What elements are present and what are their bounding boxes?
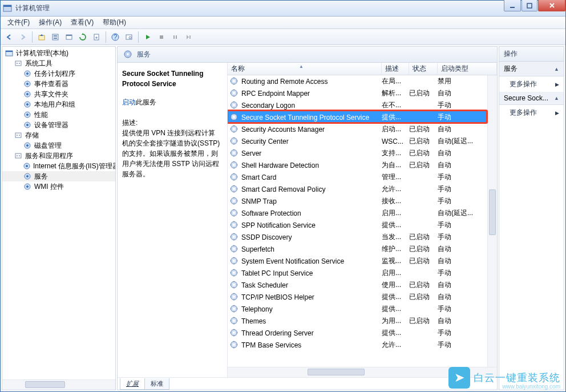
menu-view[interactable]: 查看(V)	[66, 16, 98, 29]
tree-item[interactable]: 共享文件夹	[2, 89, 115, 99]
action-more-1[interactable]: 更多操作 ▶	[499, 76, 564, 92]
service-status: 已启动	[409, 256, 438, 266]
tree-item[interactable]: 磁盘管理	[2, 140, 115, 151]
service-desc: 提供...	[382, 112, 409, 122]
service-name: Routing and Remote Access	[241, 78, 382, 86]
stop-service-button[interactable]	[155, 31, 168, 43]
maximize-button[interactable]	[521, 0, 537, 11]
service-row[interactable]: Security CenterWSC...已启动自动(延迟...	[228, 135, 497, 147]
tab-standard[interactable]: 标准	[144, 378, 169, 390]
left-scrollbar-h[interactable]	[2, 379, 115, 390]
service-row[interactable]: SSDP Discovery当发...已启动手动	[228, 231, 497, 243]
list-body[interactable]: Routing and Remote Access在局...禁用RPC Endp…	[228, 75, 497, 367]
service-row[interactable]: SPP Notification Service提供...手动	[228, 219, 497, 231]
window-frame: 计算机管理 文件(F) 操作(A) 查看(V) 帮助(H) ?	[0, 0, 566, 392]
tree-icon	[23, 182, 32, 191]
service-row[interactable]: Thread Ordering Server提供...手动	[228, 327, 497, 339]
start-link[interactable]: 启动	[122, 98, 136, 106]
menu-file[interactable]: 文件(F)	[3, 16, 34, 29]
tree-item[interactable]: 本地用户和组	[2, 99, 115, 110]
service-name: Security Accounts Manager	[241, 126, 382, 134]
gear-icon	[230, 149, 239, 158]
up-button[interactable]	[35, 31, 48, 43]
service-name: Smart Card Removal Policy	[241, 185, 382, 193]
menu-action[interactable]: 操作(A)	[34, 16, 66, 29]
tree-item[interactable]: Internet 信息服务(IIS)管理器	[2, 161, 115, 171]
service-name: Security Center	[241, 138, 382, 146]
service-row[interactable]: System Event Notification Service监视...已启…	[228, 255, 497, 267]
service-row[interactable]: Smart Card Removal Policy允许...手动	[228, 183, 497, 195]
service-row[interactable]: Server支持...已启动自动	[228, 147, 497, 159]
tab-extended[interactable]: 扩展	[120, 378, 145, 390]
service-row[interactable]: TCP/IP NetBIOS Helper提供...已启动自动	[228, 291, 497, 303]
list-scrollbar-v[interactable]	[487, 75, 497, 367]
properties-button[interactable]	[49, 31, 62, 43]
actions-section-services[interactable]: 服务 ▲	[499, 62, 564, 76]
svg-rect-41	[15, 153, 21, 158]
help-button[interactable]: ?	[109, 31, 122, 43]
refresh-button[interactable]	[76, 31, 89, 43]
col-startup[interactable]: 启动类型	[438, 63, 497, 75]
start-service-button[interactable]	[142, 31, 154, 43]
tree-item[interactable]: 任务计划程序	[2, 68, 115, 79]
minimize-button[interactable]	[504, 0, 521, 11]
svg-point-23	[19, 63, 20, 64]
forward-button[interactable]	[17, 31, 29, 43]
svg-point-137	[233, 248, 235, 250]
service-row[interactable]: Themes为用...已启动自动	[228, 315, 497, 327]
tree-item[interactable]: 事件查看器	[2, 79, 115, 89]
gear-icon	[230, 257, 239, 266]
tree[interactable]: 计算机管理(本地)系统工具任务计划程序事件查看器共享文件夹本地用户和组性能设备管…	[2, 47, 115, 379]
gear-icon	[230, 89, 239, 98]
service-row[interactable]: Shell Hardware Detection为自...已启动自动	[228, 159, 497, 171]
service-row[interactable]: Secure Socket Tunneling Protocol Service…	[228, 111, 497, 123]
svg-point-107	[233, 188, 235, 190]
find-button[interactable]	[123, 31, 135, 43]
tree-item[interactable]: 性能	[2, 110, 115, 120]
actions-section-selected[interactable]: Secure Sock... ▲	[499, 92, 564, 105]
tree-item[interactable]: 服务	[2, 171, 115, 181]
svg-rect-16	[173, 35, 175, 39]
service-row[interactable]: RPC Endpoint Mapper解析...已启动自动	[228, 87, 497, 99]
tree-item[interactable]: 设备管理器	[2, 120, 115, 130]
service-row[interactable]: SNMP Trap接收...手动	[228, 195, 497, 207]
gear-icon	[230, 77, 239, 86]
service-row[interactable]: Software Protection启用...自动(延迟...	[228, 207, 497, 219]
service-row[interactable]: Telephony提供...手动	[228, 303, 497, 315]
tree-group[interactable]: 服务和应用程序	[2, 151, 115, 161]
export-button[interactable]	[90, 31, 103, 43]
service-row[interactable]: Superfetch维护...已启动自动	[228, 243, 497, 255]
service-row[interactable]: Smart Card管理...手动	[228, 171, 497, 183]
close-button[interactable]	[538, 0, 565, 11]
service-row[interactable]: TPM Base Services允许...手动	[228, 339, 497, 351]
service-row[interactable]: Security Accounts Manager启动...已启动自动	[228, 123, 497, 135]
col-name[interactable]: 名称	[228, 63, 382, 75]
col-status[interactable]: 状态	[409, 63, 438, 75]
col-desc[interactable]: 描述	[382, 63, 409, 75]
service-detail: Secure Socket Tunneling Protocol Service…	[118, 63, 227, 377]
service-row[interactable]: Task Scheduler使用...已启动自动	[228, 279, 497, 291]
back-button[interactable]	[3, 31, 15, 43]
svg-point-37	[17, 135, 18, 136]
svg-point-38	[19, 135, 20, 136]
sort-arrow-icon: ▲	[299, 64, 304, 69]
service-name: Task Scheduler	[241, 281, 382, 289]
service-row[interactable]: Routing and Remote Access在局...禁用	[228, 75, 497, 87]
tree-group[interactable]: 系统工具	[2, 58, 115, 68]
gear-icon	[230, 269, 239, 278]
action-more-2[interactable]: 更多操作 ▶	[499, 105, 564, 120]
titlebar[interactable]: 计算机管理	[1, 1, 565, 17]
service-row[interactable]: Tablet PC Input Service启用...手动	[228, 267, 497, 279]
gear-icon	[230, 293, 239, 302]
tree-group[interactable]: 存储	[2, 130, 115, 140]
svg-rect-4	[39, 35, 45, 40]
service-row[interactable]: Secondary Logon在不...手动	[228, 99, 497, 111]
chevron-up-icon: ▲	[554, 95, 559, 101]
menu-help[interactable]: 帮助(H)	[98, 16, 131, 29]
restart-service-button[interactable]	[183, 31, 195, 43]
pause-service-button[interactable]	[169, 31, 181, 43]
tree-root[interactable]: 计算机管理(本地)	[2, 48, 115, 58]
console-button[interactable]	[63, 31, 75, 43]
tree-item[interactable]: WMI 控件	[2, 181, 115, 192]
list-header[interactable]: 名称 ▲ 描述 状态 启动类型	[228, 63, 497, 75]
